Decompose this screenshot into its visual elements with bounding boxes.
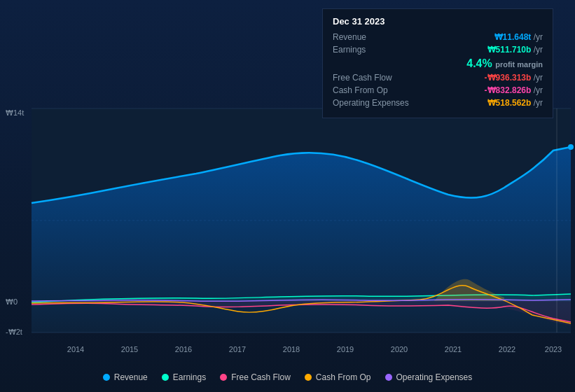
legend-revenue-label: Revenue bbox=[114, 372, 148, 382]
legend-cfo[interactable]: Cash From Op bbox=[305, 372, 371, 382]
tooltip-revenue-row: Revenue ₩11.648t /yr bbox=[333, 32, 543, 42]
tooltip-date: Dec 31 2023 bbox=[333, 16, 543, 27]
legend-opex[interactable]: Operating Expenses bbox=[385, 372, 473, 382]
chart-legend: Revenue Earnings Free Cash Flow Cash Fro… bbox=[0, 372, 575, 382]
x-label-2020: 2020 bbox=[391, 345, 408, 354]
tooltip-opex-value: ₩518.562b /yr bbox=[487, 98, 543, 108]
legend-opex-label: Operating Expenses bbox=[396, 372, 473, 382]
tooltip-opex-label: Operating Expenses bbox=[333, 98, 409, 108]
x-label-2016: 2016 bbox=[175, 345, 192, 354]
tooltip-fcf-value: -₩936.313b /yr bbox=[485, 73, 543, 83]
svg-point-6 bbox=[568, 144, 574, 150]
legend-cfo-label: Cash From Op bbox=[316, 372, 371, 382]
x-label-2023: 2023 bbox=[545, 345, 562, 354]
tooltip-revenue-label: Revenue bbox=[333, 32, 366, 42]
tooltip-earnings-label: Earnings bbox=[333, 45, 366, 55]
y-axis-top: ₩14t bbox=[6, 108, 24, 118]
tooltip-margin-value: 4.4% profit margin bbox=[466, 57, 543, 70]
tooltip-earnings-row: Earnings ₩511.710b /yr bbox=[333, 45, 543, 55]
chart-container: ₩14t ₩0 -₩2t 2014 2015 2016 2017 2018 20… bbox=[0, 0, 575, 392]
tooltip-opex-row: Operating Expenses ₩518.562b /yr bbox=[333, 98, 543, 108]
legend-fcf-label: Free Cash Flow bbox=[231, 372, 291, 382]
tooltip-revenue-value: ₩11.648t /yr bbox=[494, 32, 543, 42]
x-label-2015: 2015 bbox=[121, 345, 138, 354]
y-axis-mid: ₩0 bbox=[6, 298, 18, 307]
legend-earnings-label: Earnings bbox=[173, 372, 206, 382]
tooltip-fcf-label: Free Cash Flow bbox=[333, 73, 392, 83]
x-label-2014: 2014 bbox=[67, 345, 84, 354]
tooltip-cfo-row: Cash From Op -₩832.826b /yr bbox=[333, 85, 543, 95]
x-label-2021: 2021 bbox=[445, 345, 462, 354]
x-label-2017: 2017 bbox=[229, 345, 246, 354]
tooltip-margin-row: 4.4% profit margin bbox=[333, 57, 543, 70]
legend-revenue-dot bbox=[103, 374, 110, 381]
legend-fcf[interactable]: Free Cash Flow bbox=[220, 372, 291, 382]
tooltip-cfo-label: Cash From Op bbox=[333, 85, 388, 95]
tooltip-earnings-value: ₩511.710b /yr bbox=[487, 45, 543, 55]
data-tooltip: Dec 31 2023 Revenue ₩11.648t /yr Earning… bbox=[322, 8, 553, 118]
legend-earnings-dot bbox=[162, 374, 169, 381]
x-label-2019: 2019 bbox=[337, 345, 354, 354]
legend-cfo-dot bbox=[305, 374, 312, 381]
legend-fcf-dot bbox=[220, 374, 227, 381]
tooltip-cfo-value: -₩832.826b /yr bbox=[485, 85, 543, 95]
y-axis-bottom: -₩2t bbox=[6, 328, 22, 337]
tooltip-fcf-row: Free Cash Flow -₩936.313b /yr bbox=[333, 73, 543, 83]
x-label-2022: 2022 bbox=[499, 345, 515, 354]
legend-revenue[interactable]: Revenue bbox=[103, 372, 148, 382]
legend-opex-dot bbox=[385, 374, 392, 381]
legend-earnings[interactable]: Earnings bbox=[162, 372, 206, 382]
x-label-2018: 2018 bbox=[283, 345, 300, 354]
